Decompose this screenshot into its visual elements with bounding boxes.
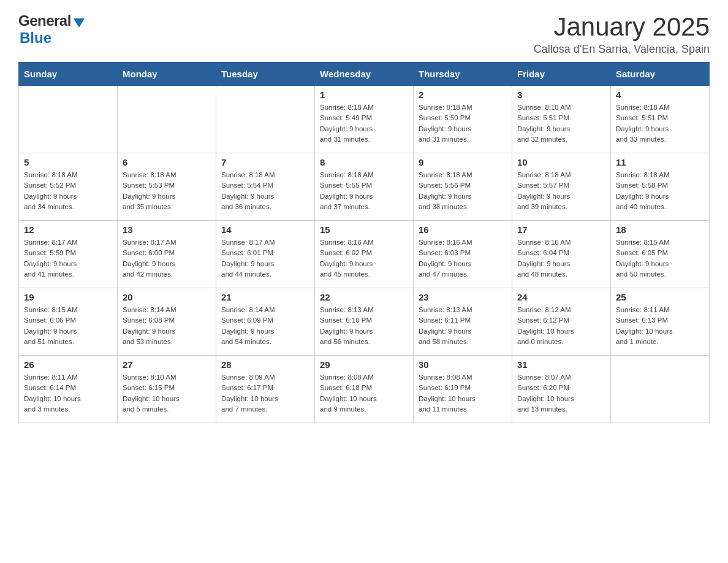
day-number: 3: [517, 90, 605, 100]
day-number: 21: [221, 292, 309, 302]
day-info: Sunrise: 8:15 AM Sunset: 6:06 PM Dayligh…: [24, 305, 112, 347]
day-number: 5: [24, 157, 112, 167]
day-number: 23: [419, 292, 507, 302]
table-row: 10Sunrise: 8:18 AM Sunset: 5:57 PM Dayli…: [512, 153, 611, 221]
day-number: 8: [320, 157, 408, 167]
col-thursday: Thursday: [414, 63, 512, 86]
day-number: 12: [24, 224, 112, 235]
day-info: Sunrise: 8:18 AM Sunset: 5:52 PM Dayligh…: [24, 170, 112, 212]
table-row: 23Sunrise: 8:13 AM Sunset: 6:11 PM Dayli…: [414, 288, 512, 356]
location-subtitle: Callosa d'En Sarria, Valencia, Spain: [534, 43, 710, 56]
table-row: 29Sunrise: 8:08 AM Sunset: 6:18 PM Dayli…: [315, 356, 414, 423]
table-row: 31Sunrise: 8:07 AM Sunset: 6:20 PM Dayli…: [512, 356, 611, 423]
day-info: Sunrise: 8:09 AM Sunset: 6:17 PM Dayligh…: [221, 372, 309, 415]
day-info: Sunrise: 8:18 AM Sunset: 5:55 PM Dayligh…: [320, 170, 408, 212]
day-info: Sunrise: 8:18 AM Sunset: 5:58 PM Dayligh…: [616, 170, 704, 212]
calendar-table: Sunday Monday Tuesday Wednesday Thursday…: [18, 62, 710, 423]
table-row: [611, 356, 710, 423]
table-row: 25Sunrise: 8:11 AM Sunset: 6:13 PM Dayli…: [611, 288, 710, 356]
calendar-header-row: Sunday Monday Tuesday Wednesday Thursday…: [19, 63, 710, 86]
calendar-week-row: 5Sunrise: 8:18 AM Sunset: 5:52 PM Daylig…: [19, 153, 710, 221]
day-info: Sunrise: 8:11 AM Sunset: 6:14 PM Dayligh…: [24, 372, 112, 415]
day-number: 4: [616, 90, 704, 100]
table-row: 24Sunrise: 8:12 AM Sunset: 6:12 PM Dayli…: [512, 288, 611, 356]
table-row: 7Sunrise: 8:18 AM Sunset: 5:54 PM Daylig…: [216, 153, 315, 221]
day-info: Sunrise: 8:16 AM Sunset: 6:03 PM Dayligh…: [419, 237, 507, 280]
day-info: Sunrise: 8:18 AM Sunset: 5:57 PM Dayligh…: [517, 170, 605, 212]
table-row: 28Sunrise: 8:09 AM Sunset: 6:17 PM Dayli…: [216, 356, 315, 423]
day-number: 9: [419, 157, 507, 167]
day-number: 24: [517, 292, 605, 302]
day-info: Sunrise: 8:17 AM Sunset: 5:59 PM Dayligh…: [24, 237, 112, 280]
day-number: 29: [320, 359, 408, 370]
col-saturday: Saturday: [611, 63, 710, 86]
table-row: 5Sunrise: 8:18 AM Sunset: 5:52 PM Daylig…: [19, 153, 118, 221]
table-row: 30Sunrise: 8:08 AM Sunset: 6:19 PM Dayli…: [414, 356, 512, 423]
day-info: Sunrise: 8:08 AM Sunset: 6:19 PM Dayligh…: [419, 372, 507, 415]
table-row: [19, 86, 118, 153]
title-section: January 2025 Callosa d'En Sarria, Valenc…: [534, 12, 710, 56]
table-row: 1Sunrise: 8:18 AM Sunset: 5:49 PM Daylig…: [315, 86, 414, 153]
day-info: Sunrise: 8:18 AM Sunset: 5:54 PM Dayligh…: [221, 170, 309, 212]
day-number: 13: [123, 224, 211, 235]
table-row: 6Sunrise: 8:18 AM Sunset: 5:53 PM Daylig…: [118, 153, 216, 221]
col-wednesday: Wednesday: [315, 63, 414, 86]
table-row: 2Sunrise: 8:18 AM Sunset: 5:50 PM Daylig…: [414, 86, 512, 153]
day-info: Sunrise: 8:07 AM Sunset: 6:20 PM Dayligh…: [517, 372, 605, 415]
day-info: Sunrise: 8:14 AM Sunset: 6:09 PM Dayligh…: [221, 305, 309, 347]
day-info: Sunrise: 8:17 AM Sunset: 6:00 PM Dayligh…: [123, 237, 211, 280]
day-number: 26: [24, 359, 112, 370]
table-row: 12Sunrise: 8:17 AM Sunset: 5:59 PM Dayli…: [19, 221, 118, 288]
col-sunday: Sunday: [19, 63, 118, 86]
day-info: Sunrise: 8:16 AM Sunset: 6:04 PM Dayligh…: [517, 237, 605, 280]
day-number: 11: [616, 157, 704, 167]
table-row: 16Sunrise: 8:16 AM Sunset: 6:03 PM Dayli…: [414, 221, 512, 288]
table-row: 19Sunrise: 8:15 AM Sunset: 6:06 PM Dayli…: [19, 288, 118, 356]
logo-blue-text: Blue: [20, 29, 51, 47]
table-row: 21Sunrise: 8:14 AM Sunset: 6:09 PM Dayli…: [216, 288, 315, 356]
day-number: 18: [616, 224, 704, 235]
day-number: 20: [123, 292, 211, 302]
month-year-title: January 2025: [534, 12, 710, 42]
table-row: 14Sunrise: 8:17 AM Sunset: 6:01 PM Dayli…: [216, 221, 315, 288]
table-row: 22Sunrise: 8:13 AM Sunset: 6:10 PM Dayli…: [315, 288, 414, 356]
logo-general-text: General: [18, 12, 71, 29]
col-tuesday: Tuesday: [216, 63, 315, 86]
calendar-week-row: 12Sunrise: 8:17 AM Sunset: 5:59 PM Dayli…: [19, 221, 710, 288]
calendar-week-row: 26Sunrise: 8:11 AM Sunset: 6:14 PM Dayli…: [19, 356, 710, 423]
table-row: 8Sunrise: 8:18 AM Sunset: 5:55 PM Daylig…: [315, 153, 414, 221]
col-friday: Friday: [512, 63, 611, 86]
day-number: 10: [517, 157, 605, 167]
day-info: Sunrise: 8:18 AM Sunset: 5:51 PM Dayligh…: [517, 102, 605, 145]
logo: General Blue: [18, 12, 85, 47]
day-info: Sunrise: 8:15 AM Sunset: 6:05 PM Dayligh…: [616, 237, 704, 280]
day-info: Sunrise: 8:16 AM Sunset: 6:02 PM Dayligh…: [320, 237, 408, 280]
day-info: Sunrise: 8:12 AM Sunset: 6:12 PM Dayligh…: [517, 305, 605, 347]
day-info: Sunrise: 8:08 AM Sunset: 6:18 PM Dayligh…: [320, 372, 408, 415]
table-row: 15Sunrise: 8:16 AM Sunset: 6:02 PM Dayli…: [315, 221, 414, 288]
calendar-week-row: 1Sunrise: 8:18 AM Sunset: 5:49 PM Daylig…: [19, 86, 710, 153]
day-number: 27: [123, 359, 211, 370]
table-row: 17Sunrise: 8:16 AM Sunset: 6:04 PM Dayli…: [512, 221, 611, 288]
table-row: 3Sunrise: 8:18 AM Sunset: 5:51 PM Daylig…: [512, 86, 611, 153]
day-number: 2: [419, 90, 507, 100]
table-row: 27Sunrise: 8:10 AM Sunset: 6:15 PM Dayli…: [118, 356, 216, 423]
day-number: 19: [24, 292, 112, 302]
day-info: Sunrise: 8:13 AM Sunset: 6:10 PM Dayligh…: [320, 305, 408, 347]
day-info: Sunrise: 8:10 AM Sunset: 6:15 PM Dayligh…: [123, 372, 211, 415]
table-row: 18Sunrise: 8:15 AM Sunset: 6:05 PM Dayli…: [611, 221, 710, 288]
day-info: Sunrise: 8:18 AM Sunset: 5:53 PM Dayligh…: [123, 170, 211, 212]
day-info: Sunrise: 8:13 AM Sunset: 6:11 PM Dayligh…: [419, 305, 507, 347]
table-row: 4Sunrise: 8:18 AM Sunset: 5:51 PM Daylig…: [611, 86, 710, 153]
day-number: 1: [320, 90, 408, 100]
table-row: 9Sunrise: 8:18 AM Sunset: 5:56 PM Daylig…: [414, 153, 512, 221]
col-monday: Monday: [118, 63, 216, 86]
day-number: 16: [419, 224, 507, 235]
day-number: 14: [221, 224, 309, 235]
table-row: 13Sunrise: 8:17 AM Sunset: 6:00 PM Dayli…: [118, 221, 216, 288]
day-info: Sunrise: 8:17 AM Sunset: 6:01 PM Dayligh…: [221, 237, 309, 280]
day-info: Sunrise: 8:14 AM Sunset: 6:08 PM Dayligh…: [123, 305, 211, 347]
day-info: Sunrise: 8:18 AM Sunset: 5:51 PM Dayligh…: [616, 102, 704, 145]
day-number: 6: [123, 157, 211, 167]
day-info: Sunrise: 8:18 AM Sunset: 5:56 PM Dayligh…: [419, 170, 507, 212]
